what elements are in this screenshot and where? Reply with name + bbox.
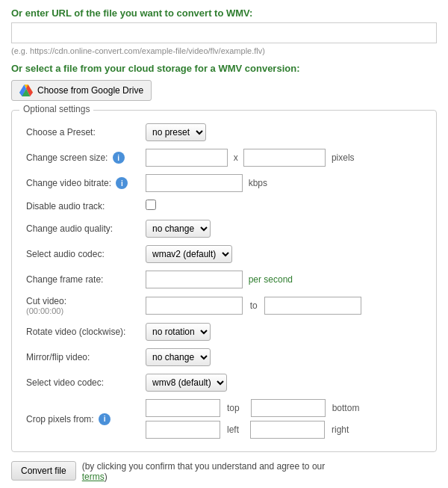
screen-height-input[interactable] bbox=[243, 149, 326, 167]
video-bitrate-info-icon[interactable]: i bbox=[116, 177, 128, 189]
footer: Convert file (by clicking you confirm th… bbox=[11, 461, 437, 482]
crop-right-input[interactable] bbox=[250, 421, 325, 439]
crop-top-label: top bbox=[227, 403, 240, 413]
disable-audio-checkbox[interactable] bbox=[146, 200, 156, 210]
disable-audio-label: Disable audio track: bbox=[23, 196, 143, 216]
cut-video-row: Cut video: (00:00:00) to bbox=[23, 292, 425, 319]
mirror-label: Mirror/flip video: bbox=[23, 345, 143, 370]
audio-codec-control-cell: wmav2 (default) bbox=[143, 241, 425, 267]
rotate-control-cell: no rotation bbox=[143, 319, 425, 345]
cut-video-label: Cut video: (00:00:00) bbox=[23, 292, 143, 319]
convert-button[interactable]: Convert file bbox=[11, 461, 76, 481]
audio-codec-label: Select audio codec: bbox=[23, 241, 143, 267]
screen-size-row: Change screen size: i x pixels bbox=[23, 145, 425, 170]
video-codec-row: Select video codec: wmv8 (default) bbox=[23, 370, 425, 395]
rotate-label: Rotate video (clockwise): bbox=[23, 319, 143, 345]
disable-audio-control-cell bbox=[143, 196, 425, 216]
crop-top-input[interactable] bbox=[146, 399, 220, 417]
optional-settings-legend: Optional settings bbox=[19, 104, 93, 114]
url-section: Or enter URL of the file you want to con… bbox=[11, 7, 437, 55]
frame-rate-control-cell: per second bbox=[143, 267, 425, 292]
cloud-section: Or select a file from your cloud storage… bbox=[11, 63, 437, 110]
audio-codec-row: Select audio codec: wmav2 (default) bbox=[23, 241, 425, 267]
settings-table: Choose a Preset: no preset Change screen… bbox=[23, 120, 425, 442]
audio-codec-select[interactable]: wmav2 (default) bbox=[146, 245, 232, 263]
video-codec-control-cell: wmv8 (default) bbox=[143, 370, 425, 395]
video-bitrate-input[interactable] bbox=[146, 174, 243, 192]
video-codec-select[interactable]: wmv8 (default) bbox=[146, 374, 227, 392]
cloud-section-title: Or select a file from your cloud storage… bbox=[11, 63, 437, 74]
url-input[interactable] bbox=[11, 22, 437, 43]
terms-link[interactable]: terms bbox=[82, 472, 105, 482]
google-drive-icon bbox=[19, 84, 33, 96]
crop-left-label: left bbox=[227, 424, 239, 435]
screen-size-x: x bbox=[234, 152, 238, 163]
screen-size-info-icon[interactable]: i bbox=[113, 152, 125, 164]
crop-right-label: right bbox=[332, 424, 349, 435]
frame-rate-input[interactable] bbox=[146, 271, 243, 288]
preset-row: Choose a Preset: no preset bbox=[23, 120, 425, 145]
disable-audio-row: Disable audio track: bbox=[23, 196, 425, 216]
crop-row: Crop pixels from: i top bottom left rig bbox=[23, 395, 425, 442]
audio-quality-control-cell: no change bbox=[143, 216, 425, 241]
mirror-control-cell: no change bbox=[143, 345, 425, 370]
crop-left-input[interactable] bbox=[146, 421, 220, 439]
video-bitrate-row: Change video bitrate: i kbps bbox=[23, 170, 425, 196]
screen-width-input[interactable] bbox=[146, 149, 228, 167]
video-codec-label: Select video codec: bbox=[23, 370, 143, 395]
rotate-row: Rotate video (clockwise): no rotation bbox=[23, 319, 425, 345]
cut-video-to: to bbox=[250, 300, 258, 311]
cut-video-control-cell: to bbox=[143, 292, 425, 319]
video-bitrate-control-cell: kbps bbox=[143, 170, 425, 196]
google-drive-button[interactable]: Choose from Google Drive bbox=[11, 80, 152, 101]
video-bitrate-unit: kbps bbox=[249, 178, 267, 188]
audio-quality-row: Change audio quality: no change bbox=[23, 216, 425, 241]
crop-info-icon[interactable]: i bbox=[99, 413, 111, 425]
preset-control-cell: no preset bbox=[143, 120, 425, 145]
audio-quality-label: Change audio quality: bbox=[23, 216, 143, 241]
mirror-select[interactable]: no change bbox=[146, 348, 211, 366]
cut-video-end-input[interactable] bbox=[264, 297, 361, 315]
cut-video-start-input[interactable] bbox=[146, 297, 243, 315]
convert-note: (by clicking you confirm that you unders… bbox=[82, 461, 326, 482]
crop-bottom-input[interactable] bbox=[251, 399, 326, 417]
url-section-title: Or enter URL of the file you want to con… bbox=[11, 7, 437, 19]
frame-rate-row: Change frame rate: per second bbox=[23, 267, 425, 292]
crop-bottom-label: bottom bbox=[332, 403, 360, 413]
google-drive-button-label: Choose from Google Drive bbox=[37, 85, 143, 96]
screen-size-label: Change screen size: i bbox=[23, 145, 143, 170]
url-hint: (e.g. https://cdn.online-convert.com/exa… bbox=[11, 46, 437, 55]
crop-control-cell: top bottom left right bbox=[143, 395, 425, 442]
crop-top-row: top bottom bbox=[146, 399, 422, 417]
optional-settings-panel: Optional settings Choose a Preset: no pr… bbox=[11, 110, 437, 452]
crop-label: Crop pixels from: i bbox=[23, 395, 143, 442]
rotate-select[interactable]: no rotation bbox=[146, 323, 211, 341]
crop-left-row: left right bbox=[146, 421, 422, 439]
preset-select[interactable]: no preset bbox=[146, 123, 206, 141]
mirror-row: Mirror/flip video: no change bbox=[23, 345, 425, 370]
cut-video-sub: (00:00:00) bbox=[26, 306, 140, 315]
preset-label: Choose a Preset: bbox=[23, 120, 143, 145]
audio-quality-select[interactable]: no change bbox=[146, 220, 211, 238]
video-bitrate-label: Change video bitrate: i bbox=[23, 170, 143, 196]
frame-rate-unit: per second bbox=[249, 274, 293, 285]
frame-rate-label: Change frame rate: bbox=[23, 267, 143, 292]
screen-size-control-cell: x pixels bbox=[143, 145, 425, 170]
screen-size-unit: pixels bbox=[332, 152, 355, 163]
